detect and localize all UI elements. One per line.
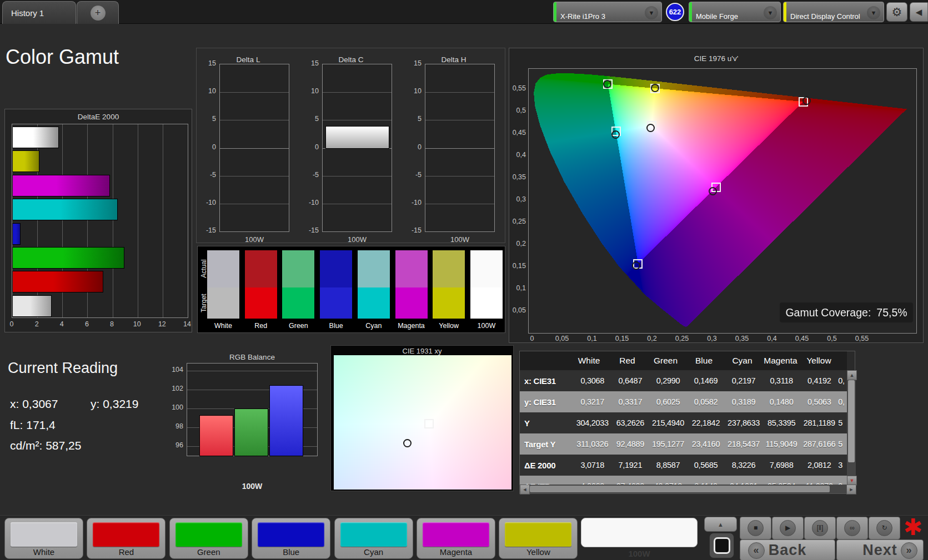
table-cell: 0,0582 xyxy=(687,397,725,406)
column-header-magenta: Magenta xyxy=(761,356,800,366)
chevron-down-icon[interactable]: ▼ xyxy=(764,6,777,19)
chevron-down-icon[interactable]: ▼ xyxy=(645,6,658,19)
rgb-balance-plot xyxy=(187,363,318,456)
table-cell: 115,9049 xyxy=(763,440,800,448)
pattern-swatch xyxy=(258,522,324,547)
pattern-button-white[interactable]: White xyxy=(4,518,83,559)
pattern-button-blue[interactable]: Blue xyxy=(252,518,330,559)
pattern-button-100w-selected[interactable] xyxy=(581,518,698,547)
display-label: Direct Display Control xyxy=(790,12,860,21)
pattern-button-magenta[interactable]: Magenta xyxy=(417,518,495,559)
table-cell: 0,3118 xyxy=(763,376,800,385)
table-cell: 7,6988 xyxy=(763,461,800,470)
x-tick-label: 0,2 xyxy=(642,335,662,342)
deltae2000-panel: DeltaE 2000 02468101214 xyxy=(4,109,192,332)
pattern-label: White xyxy=(5,547,83,557)
actual-swatch-yellow xyxy=(433,250,465,287)
scroll-left-icon[interactable]: ◄ xyxy=(520,485,530,495)
x-tick-label: 6 xyxy=(80,320,93,328)
pattern-label: Cyan xyxy=(335,547,413,557)
cie1931-plot xyxy=(334,355,511,490)
collapse-panel-button[interactable]: ◀ xyxy=(910,2,928,22)
vscroll-thumb[interactable] xyxy=(848,380,855,462)
actual-swatch-100w xyxy=(470,250,503,287)
meter-dropdown[interactable]: X-Rite i1Pro 3 Direct View ▼ xyxy=(553,2,662,22)
table-cell: 287,6166 xyxy=(800,440,838,448)
y-tick-label: 0,05 xyxy=(509,306,526,314)
y-tick-label: 96 xyxy=(167,441,183,449)
table-cell: 0,1480 xyxy=(763,397,800,406)
target-swatch-green xyxy=(282,287,314,319)
cie1931-diagram xyxy=(334,355,511,490)
chevron-down-icon[interactable]: ▼ xyxy=(867,6,880,19)
source-dropdown[interactable]: Mobile Forge ▼ xyxy=(689,2,781,22)
top-bar: History 1 + X-Rite i1Pro 3 Direct View ▼… xyxy=(0,0,928,24)
pattern-button-yellow[interactable]: Yellow xyxy=(499,518,578,559)
y-tick-label: 0,1 xyxy=(509,284,526,292)
pattern-button-cyan[interactable]: Cyan xyxy=(334,518,413,559)
actual-swatch-cyan xyxy=(358,250,390,287)
table-row: Y304,203363,2626215,494022,1842237,86338… xyxy=(520,412,847,433)
x-tick-label: 0 xyxy=(522,335,542,342)
pattern-button-red[interactable]: Red xyxy=(87,518,165,559)
swatch-label: Yellow xyxy=(429,322,468,330)
table-cell: 0,5685 xyxy=(687,461,725,470)
pattern-window-button[interactable] xyxy=(709,533,734,558)
delta-c-title: Delta C xyxy=(300,56,402,64)
bar-red xyxy=(199,415,233,456)
gamut-coverage-label: Gamut Coverage: xyxy=(785,306,871,319)
page-title: Color Gamut xyxy=(6,46,119,69)
y-tick-label: 0,45 xyxy=(509,129,526,137)
x-tick-label: 12 xyxy=(155,320,169,328)
gridline xyxy=(187,371,317,371)
table-cell: 0,3189 xyxy=(725,397,763,406)
stop-button[interactable]: ■ xyxy=(740,517,771,539)
actual-swatch-blue xyxy=(320,250,352,287)
reading-y-value: 0,3219 xyxy=(103,397,138,410)
scroll-right-icon[interactable]: ► xyxy=(846,485,856,495)
display-control-dropdown[interactable]: Direct Display Control ▼ xyxy=(783,2,884,22)
display-status-stripe xyxy=(784,2,786,22)
table-cell: 8,8587 xyxy=(649,461,687,470)
swatch-label: White xyxy=(204,322,243,330)
table-row: ΔE 20003,07187,19218,85870,56858,32267,6… xyxy=(520,455,847,476)
tab-history-1[interactable]: History 1 xyxy=(2,1,76,24)
x-tick-label: 2 xyxy=(30,320,43,328)
table-cell: 85,3395 xyxy=(763,418,800,427)
add-tab-button[interactable]: + xyxy=(77,1,119,24)
hscroll-thumb[interactable] xyxy=(530,486,830,492)
table-cell: 0,1469 xyxy=(687,376,725,385)
chevrons-right-icon: » xyxy=(901,542,917,559)
actual-swatch-red xyxy=(245,250,277,287)
step-button[interactable]: [‖] xyxy=(804,517,836,539)
back-button[interactable]: « Back xyxy=(740,539,835,560)
continuous-icon: ∞ xyxy=(844,520,860,536)
table-hscrollbar[interactable]: ◄ ► xyxy=(520,485,856,493)
swatch-label: Blue xyxy=(317,322,355,330)
pattern-window-up-button[interactable]: ▲ xyxy=(704,517,737,532)
pattern-label: 100W xyxy=(581,549,698,558)
meter-count-badge: 622 xyxy=(666,3,684,21)
y-tick-label: 104 xyxy=(167,366,183,374)
table-row: ΔE ITP4,066327,462342,07138,114924,10613… xyxy=(520,476,847,485)
column-header-red: Red xyxy=(608,356,646,366)
chevrons-left-icon: « xyxy=(748,542,765,559)
swatch-label: Cyan xyxy=(354,322,393,330)
repeat-button[interactable]: ↻ xyxy=(869,517,900,539)
next-button[interactable]: Next » xyxy=(836,539,924,560)
pattern-label: Yellow xyxy=(499,547,577,557)
pattern-button-green[interactable]: Green xyxy=(169,518,248,559)
scroll-up-icon[interactable]: ▲ xyxy=(847,370,857,380)
continuous-button[interactable]: ∞ xyxy=(836,517,868,539)
table-vscrollbar[interactable]: ▲ ▼ xyxy=(847,370,856,485)
x-tick-label: 0,1 xyxy=(582,335,602,342)
cie1931-panel: CIE 1931 xy xyxy=(330,345,514,491)
calman-color-gamut-page: History 1 + X-Rite i1Pro 3 Direct View ▼… xyxy=(0,0,928,560)
alert-asterisk-icon[interactable]: ✱ xyxy=(900,514,926,539)
play-button[interactable]: ▶ xyxy=(772,517,804,539)
settings-button[interactable]: ⚙ xyxy=(886,2,907,22)
table-cell-clipped: 5 xyxy=(838,418,847,427)
x-tick-label: 0,5 xyxy=(822,335,842,342)
table-cell: 0,3217 xyxy=(574,397,611,406)
column-header-green: Green xyxy=(646,356,685,366)
